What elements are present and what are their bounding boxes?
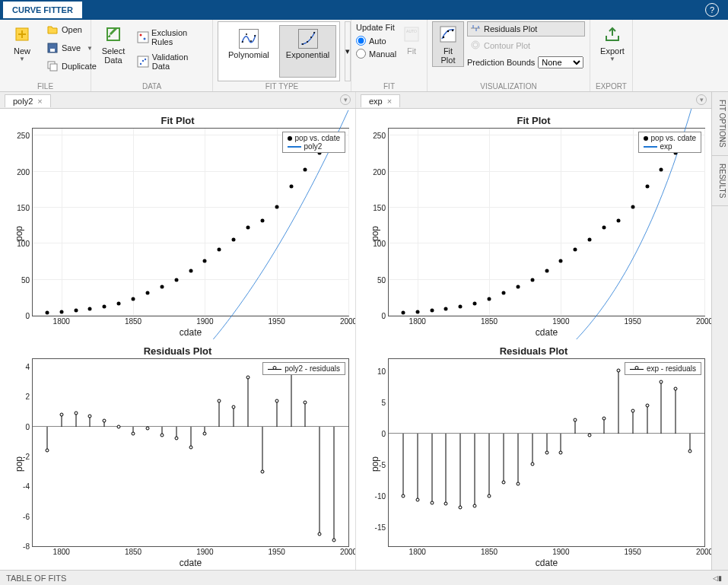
update-fit-label: Update Fit: [356, 23, 396, 33]
select-data-icon: [103, 24, 124, 45]
close-icon[interactable]: ×: [387, 97, 392, 106]
svg-rect-4: [50, 49, 55, 52]
new-button[interactable]: New ▼: [5, 21, 40, 65]
svg-rect-26: [440, 27, 456, 42]
fit-type-gallery: Polynomial Exponential: [218, 21, 340, 81]
fit-plot-icon: [437, 24, 459, 45]
side-tabs: FIT OPTIONS RESULTS: [711, 92, 728, 570]
residuals-plot[interactable]: 18001850190019502000-15-10-50510: [388, 358, 705, 547]
svg-point-17: [246, 33, 247, 35]
main-area: poly2× ▾ exp× ▾ Fit Plot pop 18001850190…: [0, 92, 728, 570]
left-tab-header: poly2× ▾: [0, 92, 355, 108]
svg-point-16: [242, 41, 243, 43]
fit-type-polynomial[interactable]: Polynomial: [221, 25, 276, 78]
duplicate-icon: [46, 60, 59, 72]
folder-open-icon: [46, 24, 59, 36]
contour-plot-button: Contour Plot: [467, 38, 585, 53]
svg-rect-9: [138, 32, 148, 43]
fit-plot-button[interactable]: Fit Plot: [432, 21, 464, 67]
table-of-fits-button[interactable]: TABLE OF FITS: [6, 574, 66, 583]
results-tab[interactable]: RESULTS: [712, 156, 728, 206]
svg-point-35: [473, 43, 478, 47]
svg-point-10: [140, 34, 142, 37]
tabs-row: poly2× ▾ exp× ▾: [0, 92, 711, 109]
residuals-plot-button[interactable]: Residuals Plot: [467, 21, 585, 37]
title-bar: CURVE FITTER ?: [0, 0, 728, 20]
fit-type-expand[interactable]: ▾: [345, 21, 351, 81]
svg-point-20: [302, 43, 304, 45]
ribbon: New ▼ Open Save▼ Duplicate FILE Select D…: [0, 20, 728, 92]
exponential-icon: [298, 29, 318, 49]
contour-icon: [470, 40, 481, 52]
svg-point-23: [313, 32, 315, 33]
prediction-bounds-select[interactable]: None: [538, 56, 583, 68]
tab-options-left[interactable]: ▾: [340, 94, 351, 105]
exclusion-icon: [138, 31, 148, 43]
close-icon[interactable]: ×: [37, 97, 42, 106]
right-tab-header: exp× ▾: [355, 92, 711, 108]
svg-text:AUTO: AUTO: [406, 29, 417, 33]
polynomial-icon: [239, 29, 259, 49]
validation-data-button[interactable]: Validation Data: [134, 50, 208, 73]
select-data-button[interactable]: Select Data: [96, 21, 131, 67]
exclusion-rules-button[interactable]: Exclusion Rules: [134, 26, 208, 49]
fit-options-tab[interactable]: FIT OPTIONS: [712, 92, 728, 156]
tab-options-right[interactable]: ▾: [696, 94, 707, 105]
legend: pop vs. cdate exp: [638, 132, 701, 153]
save-icon: [46, 42, 59, 54]
new-icon: [11, 24, 33, 45]
collapse-icon[interactable]: ◁▮: [713, 574, 722, 582]
prediction-bounds: Prediction Bounds None: [467, 55, 585, 68]
fit-type-exponential[interactable]: Exponential: [279, 25, 337, 78]
fit-plot[interactable]: 18001850190019502000050100150200250 pop …: [388, 128, 705, 316]
fit-button: AUTO Fit: [399, 21, 424, 58]
svg-point-13: [140, 63, 141, 65]
fit-plot[interactable]: 18001850190019502000050100150200250 pop …: [32, 128, 349, 316]
app-tab[interactable]: CURVE FITTER: [3, 2, 82, 18]
svg-point-15: [145, 59, 146, 60]
validation-icon: [138, 56, 149, 68]
svg-point-28: [447, 30, 449, 32]
svg-point-19: [254, 35, 256, 37]
bottom-bar: TABLE OF FITS ◁▮: [0, 570, 728, 585]
legend: poly2 - residuals: [262, 362, 345, 375]
svg-point-27: [443, 37, 444, 38]
export-button[interactable]: Export ▼: [595, 21, 630, 65]
right-pane: Fit Plot pop 180018501900195020000501001…: [355, 109, 711, 570]
svg-point-14: [142, 60, 144, 62]
residuals-icon: [470, 23, 481, 35]
svg-point-22: [310, 37, 312, 38]
left-pane: Fit Plot pop 180018501900195020000501001…: [0, 109, 355, 570]
residuals-plot[interactable]: 18001850190019502000-8-6-4-2024: [32, 358, 349, 547]
svg-rect-6: [50, 64, 57, 71]
tab-exp[interactable]: exp×: [361, 94, 400, 107]
fit-icon: AUTO: [401, 24, 422, 45]
svg-point-29: [452, 30, 453, 31]
tab-poly2[interactable]: poly2×: [5, 94, 51, 107]
svg-point-18: [250, 40, 252, 42]
legend: pop vs. cdate poly2: [282, 132, 345, 153]
svg-point-21: [307, 41, 308, 43]
auto-radio[interactable]: Auto: [356, 35, 396, 46]
manual-radio[interactable]: Manual: [356, 48, 396, 59]
export-icon: [602, 24, 623, 45]
svg-point-11: [144, 38, 146, 40]
legend: exp - residuals: [625, 362, 701, 375]
help-icon[interactable]: ?: [705, 3, 719, 17]
